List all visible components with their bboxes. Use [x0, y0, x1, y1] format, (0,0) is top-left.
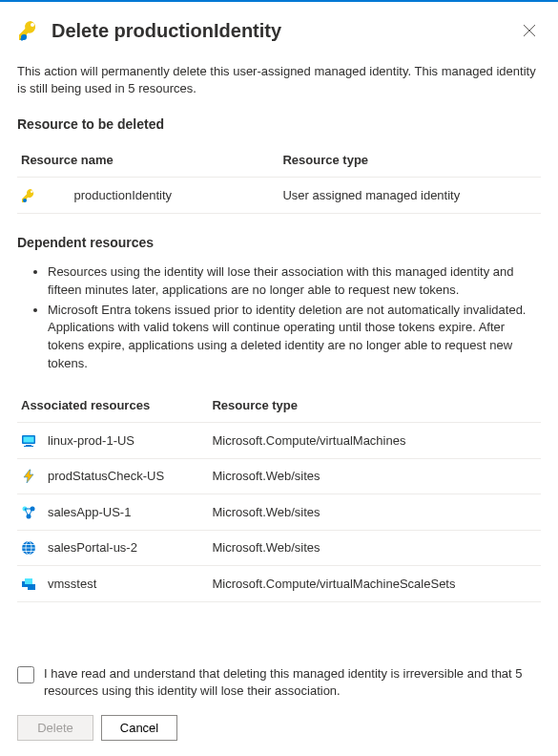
resource-to-delete-section: Resource to be deleted Resource name Res… — [17, 116, 541, 214]
resource-table: Resource name Resource type producti — [17, 145, 541, 214]
col-header-type: Resource type — [279, 145, 541, 178]
list-item: Microsoft Entra tokens issued prior to i… — [48, 302, 541, 373]
resource-type: Microsoft.Compute/virtualMachineScaleSet… — [208, 566, 541, 602]
close-icon — [523, 24, 536, 37]
section-title-dependent: Dependent resources — [17, 235, 541, 250]
table-row: salesApp-US-1 Microsoft.Web/sites — [17, 494, 541, 531]
resource-name: salesPortal-us-2 — [44, 530, 208, 566]
close-button[interactable] — [518, 19, 541, 42]
delete-button[interactable]: Delete — [17, 715, 93, 741]
resource-type: Microsoft.Web/sites — [208, 530, 541, 566]
vmss-icon — [21, 577, 36, 592]
dialog-title: Delete productionIdentity — [52, 20, 506, 42]
resource-name: vmsstest — [44, 566, 208, 602]
webapp-icon — [21, 505, 36, 520]
dependent-resources-section: Dependent resources Resources using the … — [17, 235, 541, 602]
table-row: prodStatusCheck-US Microsoft.Web/sites — [17, 458, 541, 494]
svg-rect-4 — [26, 445, 31, 446]
table-row: salesPortal-us-2 Microsoft.Web/sites — [17, 530, 541, 566]
svg-point-0 — [21, 34, 27, 40]
consent-checkbox[interactable] — [17, 666, 34, 683]
col-header-name: Resource name — [17, 145, 279, 178]
resource-name: linux-prod-1-US — [44, 423, 208, 459]
resource-name: salesApp-US-1 — [44, 494, 208, 531]
table-row: vmsstest Microsoft.Compute/virtualMachin… — [17, 566, 541, 602]
col-header-assoc-name: Associated resources — [17, 390, 208, 423]
resource-name: productionIdentity — [70, 178, 279, 214]
resource-type: Microsoft.Web/sites — [208, 494, 541, 531]
key-identity-icon — [17, 19, 40, 42]
resource-name: prodStatusCheck-US — [44, 458, 208, 494]
svg-rect-13 — [28, 584, 35, 590]
svg-rect-5 — [24, 446, 33, 447]
consent-row[interactable]: I have read and understand that deleting… — [17, 665, 541, 700]
dialog-header: Delete productionIdentity — [17, 19, 541, 42]
consent-label: I have read and understand that deleting… — [44, 665, 541, 700]
resource-type: User assigned managed identity — [279, 178, 541, 214]
function-icon — [21, 469, 36, 484]
svg-rect-12 — [25, 578, 32, 584]
dialog-description: This action will permanently delete this… — [17, 63, 541, 97]
list-item: Resources using the identity will lose t… — [48, 263, 541, 300]
table-row: linux-prod-1-US Microsoft.Compute/virtua… — [17, 423, 541, 459]
svg-rect-3 — [24, 436, 34, 442]
col-header-assoc-type: Resource type — [208, 390, 541, 423]
dialog-footer: Delete Cancel — [17, 715, 541, 741]
delete-identity-dialog: Delete productionIdentity This action wi… — [0, 2, 558, 756]
dependent-info-list: Resources using the identity will lose t… — [17, 263, 541, 373]
resource-type: Microsoft.Compute/virtualMachines — [208, 423, 541, 459]
section-title-deleted: Resource to be deleted — [17, 116, 541, 132]
cancel-button[interactable]: Cancel — [101, 715, 177, 741]
svg-point-1 — [23, 199, 27, 202]
key-identity-icon — [21, 188, 36, 203]
table-row: productionIdentity User assigned managed… — [17, 178, 541, 214]
associated-resources-table: Associated resources Resource type linux… — [17, 390, 541, 602]
resource-type: Microsoft.Web/sites — [208, 458, 541, 494]
vm-icon — [21, 433, 36, 449]
globe-icon — [21, 540, 36, 556]
